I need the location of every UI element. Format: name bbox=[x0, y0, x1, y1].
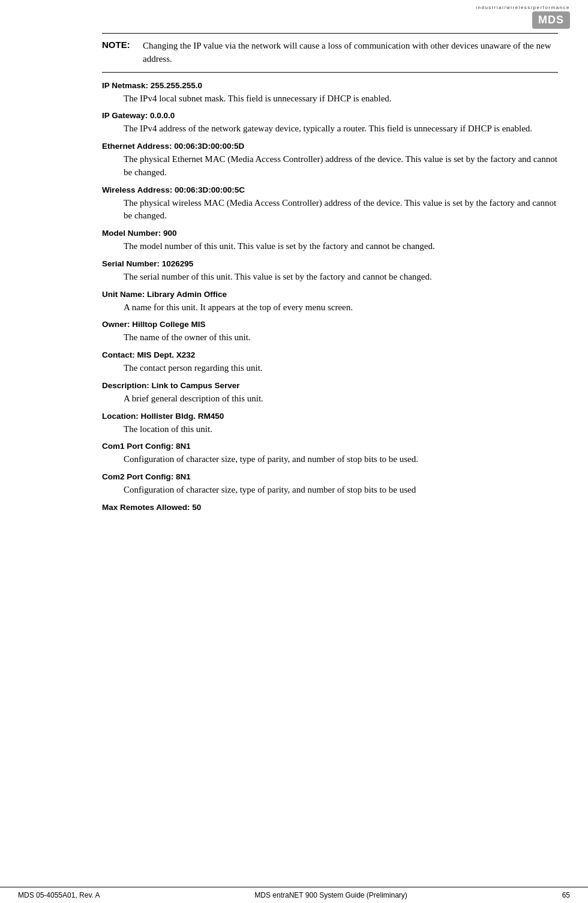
field-label: Model Number: 900 bbox=[102, 229, 558, 238]
logo-tagline: industrial/wireless/performance bbox=[476, 5, 570, 10]
field-section: Wireless Address: 00:06:3D:00:00:5CThe p… bbox=[102, 185, 558, 223]
field-section: Ethernet Address: 00:06:3D:00:00:5DThe p… bbox=[102, 142, 558, 179]
field-description: Configuration of character size, type of… bbox=[124, 484, 558, 497]
page-container: industrial/wireless/performance MDS NOTE… bbox=[0, 0, 588, 903]
field-label: Wireless Address: 00:06:3D:00:00:5C bbox=[102, 185, 558, 194]
footer-left: MDS 05-4055A01, Rev. A bbox=[18, 891, 100, 899]
field-description: Configuration of character size, type of… bbox=[124, 453, 558, 466]
logo-area: industrial/wireless/performance MDS bbox=[476, 5, 570, 29]
field-label: Description: Link to Campus Server bbox=[102, 381, 558, 390]
field-description: The serial number of this unit. This val… bbox=[124, 271, 558, 284]
field-section: IP Netmask: 255.255.255.0The IPv4 local … bbox=[102, 81, 558, 106]
logo-mds: MDS bbox=[532, 11, 570, 29]
field-description: The model number of this unit. This valu… bbox=[124, 240, 558, 253]
page-footer: MDS 05-4055A01, Rev. A MDS entraNET 900 … bbox=[0, 887, 588, 903]
note-text: Changing the IP value via the network wi… bbox=[143, 40, 558, 66]
field-section: Description: Link to Campus ServerA brie… bbox=[102, 381, 558, 406]
field-label: Location: Hollister Bldg. RM450 bbox=[102, 412, 558, 421]
field-description: A name for this unit. It appears at the … bbox=[124, 301, 558, 314]
field-label: IP Netmask: 255.255.255.0 bbox=[102, 81, 558, 90]
main-content: NOTE: Changing the IP value via the netw… bbox=[0, 33, 588, 887]
field-label: Serial Number: 1026295 bbox=[102, 259, 558, 268]
note-box: NOTE: Changing the IP value via the netw… bbox=[102, 33, 558, 73]
field-description: The location of this unit. bbox=[124, 423, 558, 436]
field-description: The IPv4 local subnet mask. This field i… bbox=[124, 92, 558, 106]
field-label: Owner: Hilltop College MIS bbox=[102, 320, 558, 329]
field-description: The physical wireless MAC (Media Access … bbox=[124, 197, 558, 223]
field-description: The IPv4 address of the network gateway … bbox=[124, 122, 558, 136]
footer-right: 65 bbox=[562, 891, 570, 899]
field-label: Ethernet Address: 00:06:3D:00:00:5D bbox=[102, 142, 558, 151]
header-area: industrial/wireless/performance MDS bbox=[0, 0, 588, 33]
field-label: Unit Name: Library Admin Office bbox=[102, 290, 558, 299]
fields-container: IP Netmask: 255.255.255.0The IPv4 local … bbox=[102, 81, 558, 512]
note-label: NOTE: bbox=[102, 40, 138, 66]
field-description: A brief general description of this unit… bbox=[124, 392, 558, 406]
field-label: Max Remotes Allowed: 50 bbox=[102, 503, 558, 512]
field-label: IP Gateway: 0.0.0.0 bbox=[102, 111, 558, 120]
field-section: Max Remotes Allowed: 50 bbox=[102, 503, 558, 512]
field-section: Com1 Port Config: 8N1Configuration of ch… bbox=[102, 442, 558, 466]
field-section: Serial Number: 1026295The serial number … bbox=[102, 259, 558, 284]
field-description: The contact person regarding this unit. bbox=[124, 362, 558, 375]
field-section: IP Gateway: 0.0.0.0The IPv4 address of t… bbox=[102, 111, 558, 136]
field-section: Unit Name: Library Admin OfficeA name fo… bbox=[102, 290, 558, 314]
field-description: The physical Ethernet MAC (Media Access … bbox=[124, 153, 558, 179]
footer-center: MDS entraNET 900 System Guide (Prelimina… bbox=[254, 891, 407, 899]
field-description: The name of the owner of this unit. bbox=[124, 331, 558, 344]
field-section: Com2 Port Config: 8N1Configuration of ch… bbox=[102, 472, 558, 497]
field-section: Owner: Hilltop College MISThe name of th… bbox=[102, 320, 558, 344]
field-label: Com1 Port Config: 8N1 bbox=[102, 442, 558, 451]
field-label: Contact: MIS Dept. X232 bbox=[102, 350, 558, 359]
field-label: Com2 Port Config: 8N1 bbox=[102, 472, 558, 481]
field-section: Location: Hollister Bldg. RM450The locat… bbox=[102, 412, 558, 436]
field-section: Model Number: 900The model number of thi… bbox=[102, 229, 558, 253]
field-section: Contact: MIS Dept. X232The contact perso… bbox=[102, 350, 558, 375]
